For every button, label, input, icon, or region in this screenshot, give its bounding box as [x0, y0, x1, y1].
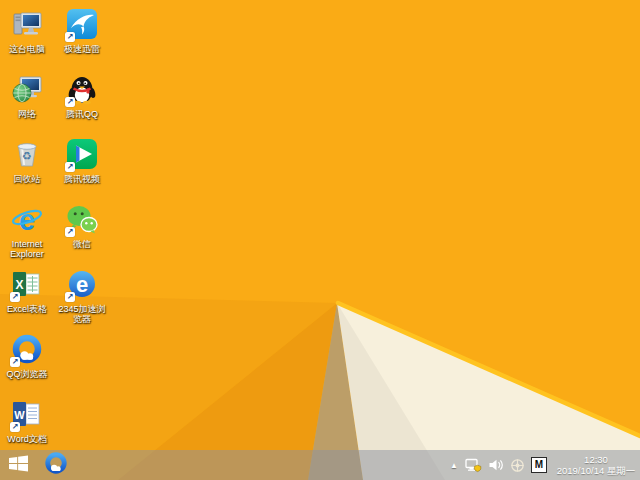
svg-text:e: e — [19, 204, 35, 236]
shortcut-arrow-overlay: ↗ — [10, 292, 20, 302]
shortcut-arrow-overlay: ↗ — [65, 292, 75, 302]
qq-penguin-icon: ↗ — [65, 73, 99, 107]
shortcut-arrow-overlay: ↗ — [65, 97, 75, 107]
shortcut-arrow-overlay: ↗ — [10, 422, 20, 432]
input-method-letter: M — [531, 457, 547, 473]
desktop[interactable]: 这台电脑 网络 ♻ — [0, 0, 640, 480]
windows-logo-icon — [9, 455, 28, 476]
internet-explorer-icon: e — [10, 203, 44, 237]
desktop-icon-excel[interactable]: X ↗ Excel表格 — [0, 268, 54, 314]
recycle-bin-icon: ♻ — [10, 138, 44, 172]
desktop-icon-word[interactable]: W ↗ Word文档 — [0, 398, 54, 444]
network-icon — [10, 73, 44, 107]
icon-label: 腾讯视频 — [55, 174, 109, 184]
shortcut-arrow-overlay: ↗ — [65, 32, 75, 42]
word-icon: W ↗ — [10, 398, 44, 432]
start-button[interactable] — [0, 450, 36, 480]
icon-label: Excel表格 — [0, 304, 54, 314]
taskbar-clock[interactable]: 12:30 2019/10/14 星期一 — [556, 454, 640, 476]
clock-date: 2019/10/14 星期一 — [556, 465, 636, 476]
qq-browser-icon: ↗ — [10, 333, 44, 367]
svg-text:W: W — [14, 409, 25, 421]
network-status-icon[interactable] — [462, 450, 485, 480]
icon-label: QQ浏览器 — [0, 369, 54, 379]
desktop-icon-qq-browser[interactable]: ↗ QQ浏览器 — [0, 333, 54, 379]
wechat-icon: ↗ — [65, 203, 99, 237]
clock-time: 12:30 — [556, 454, 636, 465]
icon-label: 腾讯QQ — [55, 109, 109, 119]
thunder-xunlei-icon: ↗ — [65, 8, 99, 42]
tencent-video-icon: ↗ — [65, 138, 99, 172]
desktop-icon-tencent-qq[interactable]: ↗ 腾讯QQ — [55, 73, 109, 119]
icon-label: Word文档 — [0, 434, 54, 444]
input-method-indicator[interactable]: M — [528, 450, 550, 480]
icon-label: 回收站 — [0, 174, 54, 184]
icon-label: 极速迅雷 — [55, 44, 109, 54]
desktop-icon-network[interactable]: 网络 — [0, 73, 54, 119]
desktop-icon-recycle-bin[interactable]: ♻ 回收站 — [0, 138, 54, 184]
desktop-icon-thunder[interactable]: ↗ 极速迅雷 — [55, 8, 109, 54]
qq-browser-icon — [44, 451, 68, 479]
excel-icon: X ↗ — [10, 268, 44, 302]
svg-text:e: e — [76, 272, 88, 297]
icon-label: Internet Explorer — [0, 239, 54, 259]
icon-label: 这台电脑 — [0, 44, 54, 54]
this-pc-icon — [10, 8, 44, 42]
icon-label: 微信 — [55, 239, 109, 249]
system-tray: ▲ — [446, 450, 640, 480]
svg-text:X: X — [15, 278, 23, 292]
shortcut-arrow-overlay: ↗ — [10, 357, 20, 367]
icon-label: 网络 — [0, 109, 54, 119]
show-hidden-icons-button[interactable]: ▲ — [446, 461, 462, 470]
desktop-icon-tencent-video[interactable]: ↗ 腾讯视频 — [55, 138, 109, 184]
desktop-icon-this-pc[interactable]: 这台电脑 — [0, 8, 54, 54]
volume-icon[interactable] — [485, 450, 507, 480]
safety-utility-icon[interactable] — [507, 450, 528, 480]
shortcut-arrow-overlay: ↗ — [65, 162, 75, 172]
taskbar-qq-browser-button[interactable] — [40, 452, 72, 478]
desktop-icon-wechat[interactable]: ↗ 微信 — [55, 203, 109, 249]
shortcut-arrow-overlay: ↗ — [65, 227, 75, 237]
icon-label: 2345加速浏览器 — [55, 304, 109, 324]
desktop-icon-2345-browser[interactable]: e ↗ 2345加速浏览器 — [55, 268, 109, 324]
desktop-icon-internet-explorer[interactable]: e Internet Explorer — [0, 203, 54, 259]
taskbar: ▲ — [0, 450, 640, 480]
svg-text:♻: ♻ — [22, 150, 32, 162]
2345-browser-icon: e ↗ — [65, 268, 99, 302]
